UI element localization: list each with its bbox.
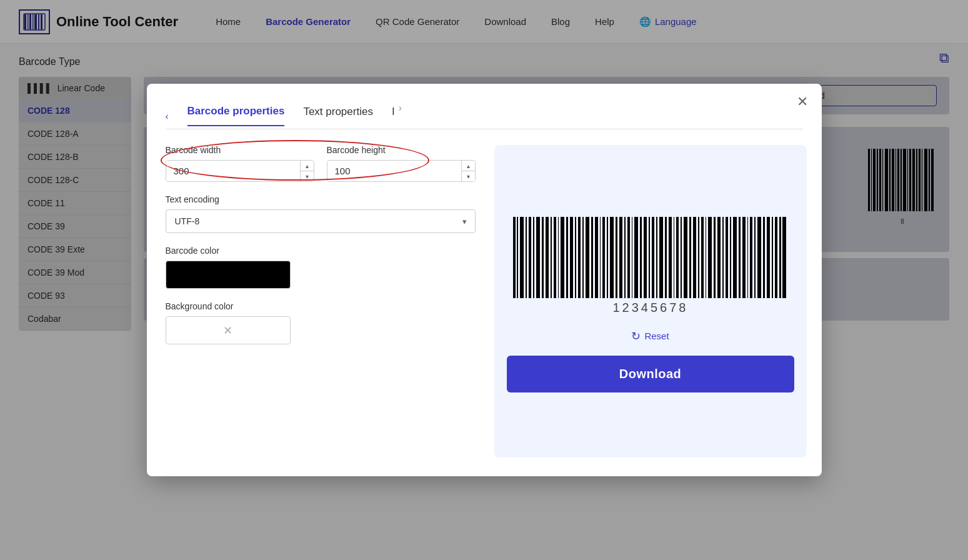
svg-rect-71 (634, 217, 638, 298)
svg-rect-105 (775, 217, 777, 298)
svg-rect-41 (513, 217, 516, 298)
svg-rect-89 (708, 217, 712, 298)
svg-rect-73 (644, 217, 647, 298)
width-decrement-button[interactable]: ▾ (301, 171, 314, 181)
svg-rect-70 (632, 217, 632, 298)
barcode-height-group: Barcode height ▴ ▾ (327, 145, 476, 182)
tab-barcode-properties[interactable]: Barcode properties (187, 105, 285, 126)
svg-rect-96 (739, 217, 741, 298)
svg-rect-46 (533, 217, 534, 298)
left-panel: Barcode width ▴ ▾ Barcode height (166, 145, 476, 458)
svg-rect-65 (610, 217, 614, 298)
modal: ✕ ‹ Barcode properties Text properties I… (147, 84, 822, 476)
svg-rect-77 (659, 217, 663, 298)
background-color-label: Background color (166, 301, 476, 311)
svg-rect-76 (656, 217, 657, 298)
svg-rect-47 (536, 217, 540, 298)
dimension-row: Barcode width ▴ ▾ Barcode height (166, 145, 476, 182)
text-encoding-select-wrap: UTF-8 ASCII ISO-8859-1 ▾ (166, 209, 476, 233)
svg-rect-101 (757, 217, 761, 298)
height-decrement-button[interactable]: ▾ (462, 171, 475, 181)
width-increment-button[interactable]: ▴ (301, 161, 314, 171)
svg-rect-51 (554, 217, 556, 298)
svg-rect-104 (772, 217, 773, 298)
barcode-svg: 12345678 (507, 217, 794, 317)
svg-rect-93 (726, 217, 728, 298)
svg-rect-44 (526, 217, 527, 298)
width-stepper: ▴ ▾ (300, 161, 314, 181)
svg-rect-62 (600, 217, 601, 298)
svg-rect-79 (669, 217, 672, 298)
svg-rect-58 (582, 217, 584, 298)
barcode-color-group: Barcode color (166, 246, 476, 289)
svg-rect-95 (733, 217, 737, 298)
svg-rect-64 (607, 217, 608, 298)
svg-rect-63 (602, 217, 605, 298)
svg-rect-57 (578, 217, 581, 298)
modal-tabs: ‹ Barcode properties Text properties I › (166, 102, 803, 129)
svg-rect-88 (706, 217, 706, 298)
svg-rect-42 (517, 217, 518, 298)
svg-rect-85 (693, 217, 696, 298)
tab-text-properties[interactable]: Text properties (303, 106, 373, 126)
svg-rect-92 (722, 217, 724, 298)
svg-rect-60 (591, 217, 593, 298)
svg-rect-66 (616, 217, 617, 298)
svg-rect-81 (676, 217, 679, 298)
svg-rect-56 (575, 217, 576, 298)
svg-rect-106 (779, 217, 781, 298)
modal-body: Barcode width ▴ ▾ Barcode height (166, 145, 803, 458)
svg-rect-54 (566, 217, 568, 298)
text-encoding-group: Text encoding UTF-8 ASCII ISO-8859-1 ▾ (166, 194, 476, 233)
right-panel: 12345678 ↻ Reset Download (494, 145, 807, 458)
svg-rect-97 (742, 217, 746, 298)
barcode-width-label: Barcode width (166, 145, 314, 155)
svg-rect-59 (586, 217, 589, 298)
svg-rect-87 (701, 217, 704, 298)
svg-rect-90 (714, 217, 716, 298)
svg-rect-100 (754, 217, 756, 298)
barcode-width-input[interactable] (166, 161, 300, 181)
barcode-width-group: Barcode width ▴ ▾ (166, 145, 314, 182)
text-encoding-label: Text encoding (166, 194, 476, 204)
text-encoding-select[interactable]: UTF-8 ASCII ISO-8859-1 (166, 209, 476, 233)
tab-extra[interactable]: I › (392, 102, 402, 129)
barcode-height-label: Barcode height (327, 145, 476, 155)
barcode-color-swatch[interactable] (166, 261, 291, 289)
reset-icon: ↻ (631, 329, 641, 343)
svg-rect-107 (782, 217, 786, 298)
barcode-color-label: Barcode color (166, 246, 476, 256)
modal-overlay: ✕ ‹ Barcode properties Text properties I… (0, 0, 968, 560)
svg-rect-72 (640, 217, 642, 298)
svg-rect-68 (624, 217, 626, 298)
height-increment-button[interactable]: ▴ (462, 161, 475, 171)
reset-button[interactable]: ↻ Reset (631, 329, 669, 343)
svg-rect-83 (684, 217, 687, 298)
modal-close-button[interactable]: ✕ (797, 95, 808, 109)
background-color-group: Background color ✕ (166, 301, 476, 344)
svg-rect-91 (717, 217, 721, 298)
svg-text:12345678: 12345678 (612, 301, 688, 314)
svg-rect-98 (747, 217, 748, 298)
svg-rect-53 (561, 217, 564, 298)
svg-rect-45 (529, 217, 531, 298)
svg-rect-99 (750, 217, 752, 298)
svg-rect-48 (542, 217, 544, 298)
barcode-height-input[interactable] (327, 161, 461, 181)
svg-rect-86 (698, 217, 699, 298)
svg-rect-78 (665, 217, 667, 298)
svg-rect-49 (546, 217, 549, 298)
barcode-width-input-wrap: ▴ ▾ (166, 160, 314, 182)
svg-rect-80 (674, 217, 674, 298)
svg-rect-94 (730, 217, 731, 298)
svg-rect-82 (681, 217, 682, 298)
background-color-swatch[interactable]: ✕ (166, 316, 291, 344)
tab-right-arrow[interactable]: › (399, 102, 402, 121)
svg-rect-67 (619, 217, 622, 298)
svg-rect-55 (570, 217, 573, 298)
svg-rect-75 (652, 217, 654, 298)
barcode-height-input-wrap: ▴ ▾ (327, 160, 476, 182)
tab-left-arrow[interactable]: ‹ (166, 111, 169, 121)
download-button[interactable]: Download (507, 356, 794, 392)
svg-rect-52 (558, 217, 559, 298)
